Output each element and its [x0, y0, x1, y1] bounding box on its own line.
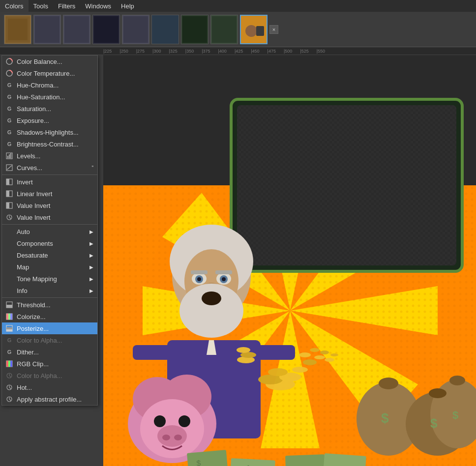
menu-brightness-contrast[interactable]: G Brightness-Contrast...: [2, 138, 97, 150]
menu-hot[interactable]: Hot...: [2, 381, 97, 393]
svg-point-71: [325, 358, 334, 362]
ruler-mark: |450: [251, 49, 259, 54]
svg-point-72: [330, 353, 338, 356]
menubar-windows[interactable]: Windows: [80, 0, 116, 12]
menu-components[interactable]: Components ▶: [2, 237, 97, 249]
menu-exposure-label: Exposure...: [17, 117, 49, 124]
menu-map[interactable]: Map ▶: [2, 261, 97, 273]
menu-hue-saturation[interactable]: G Hue-Saturation...: [2, 91, 97, 103]
svg-text:$: $: [246, 464, 251, 466]
svg-point-61: [268, 368, 288, 376]
menu-color-to-alpha-1-label: Color to Alpha...: [17, 337, 62, 344]
menu-colorize[interactable]: Colorize...: [2, 311, 97, 322]
menu-threshold-label: Threshold...: [17, 301, 51, 309]
menu-desaturate[interactable]: Desaturate ▶: [2, 249, 97, 261]
menu-exposure[interactable]: G Exposure...: [2, 115, 97, 126]
menu-rgb-clip[interactable]: RGB Clip...: [2, 358, 97, 370]
svg-rect-121: [6, 361, 8, 367]
color-to-alpha-2-icon: [5, 371, 14, 380]
curves-quote: ": [91, 165, 93, 171]
menu-shadows-highlights[interactable]: G Shadows-Highlights...: [2, 126, 97, 138]
menu-color-balance-label: Color Balance...: [17, 58, 62, 65]
curves-icon: [5, 163, 14, 172]
color-to-alpha-1-icon: G: [5, 336, 14, 345]
svg-point-80: [162, 435, 170, 440]
menu-invert[interactable]: Invert: [2, 176, 97, 188]
menu-auto[interactable]: Auto ▶: [2, 226, 97, 237]
components-icon: [5, 239, 14, 248]
thumb-close-button[interactable]: ×: [269, 25, 278, 34]
svg-rect-109: [6, 203, 9, 208]
ruler-mark: |300: [152, 49, 161, 54]
svg-rect-100: [7, 156, 8, 158]
svg-rect-8: [212, 16, 237, 43]
menu-brightness-contrast-label: Brightness-Contrast...: [17, 141, 79, 148]
ruler-mark: |400: [218, 49, 227, 54]
menu-saturation[interactable]: G Saturation...: [2, 103, 97, 115]
svg-point-69: [314, 355, 325, 359]
menu-value-invert-2-label: Value Invert: [17, 214, 50, 221]
svg-rect-105: [6, 179, 9, 185]
posterize-icon: [5, 324, 14, 333]
svg-rect-119: [6, 327, 12, 329]
svg-rect-56: [133, 345, 172, 360]
value-invert-2-icon: [5, 213, 14, 222]
svg-rect-118: [6, 329, 12, 331]
menubar-tools[interactable]: Tools: [29, 0, 53, 12]
thumb-2[interactable]: [33, 15, 61, 44]
svg-point-64: [237, 347, 250, 353]
menu-colorize-label: Colorize...: [17, 313, 46, 320]
thumb-4[interactable]: [92, 15, 120, 44]
menu-curves[interactable]: Curves... ": [2, 162, 97, 174]
menu-posterize[interactable]: Posterize...: [2, 322, 97, 334]
svg-rect-7: [182, 16, 207, 43]
menu-dither-label: Dither...: [17, 349, 39, 356]
thumb-7[interactable]: [181, 15, 208, 44]
desaturate-icon: [5, 251, 14, 260]
thumb-3[interactable]: [63, 15, 90, 44]
menu-color-to-alpha-2[interactable]: Color to Alpha...: [2, 370, 97, 381]
menubar-colors[interactable]: Colors: [0, 0, 29, 12]
menu-color-balance[interactable]: Color Balance...: [2, 56, 97, 67]
menu-info[interactable]: Info ▶: [2, 285, 97, 296]
ruler-mark: |275: [136, 49, 145, 54]
menu-hue-saturation-label: Hue-Saturation...: [17, 93, 65, 101]
menu-threshold[interactable]: Threshold...: [2, 299, 97, 311]
colors-dropdown-menu: Color Balance... Color Temperature... G …: [1, 55, 98, 406]
svg-rect-50: [215, 270, 232, 274]
menu-dither[interactable]: G Dither...: [2, 346, 97, 358]
menubar-help[interactable]: Help: [116, 0, 139, 12]
rgb-clip-icon: [5, 359, 14, 368]
menu-color-temperature[interactable]: Color Temperature...: [2, 67, 97, 79]
hue-saturation-icon: G: [5, 92, 14, 101]
thumb-5[interactable]: [122, 15, 149, 44]
menu-apply-abstract[interactable]: Apply abstract profile...: [2, 393, 97, 405]
svg-rect-11: [256, 26, 264, 36]
menu-info-label: Info: [17, 287, 28, 294]
linear-invert-icon: [5, 189, 14, 198]
menu-color-temperature-label: Color Temperature...: [17, 70, 75, 77]
thumb-8[interactable]: [210, 15, 238, 44]
thumb-6[interactable]: [151, 15, 179, 44]
menubar-filters[interactable]: Filters: [53, 0, 80, 12]
menu-linear-invert[interactable]: Linear Invert: [2, 188, 97, 200]
levels-icon: [5, 151, 14, 160]
menu-hue-chroma[interactable]: G Hue-Chroma...: [2, 79, 97, 91]
menu-levels[interactable]: Levels...: [2, 150, 97, 162]
menu-value-invert-2[interactable]: Value Invert: [2, 211, 97, 223]
menubar: Colors Tools Filters Windows Help: [0, 0, 476, 12]
menu-value-invert-1-label: Value Invert: [17, 202, 50, 209]
thumbnail-strip: ×: [0, 12, 476, 47]
thumb-9-active[interactable]: [240, 15, 268, 44]
thumb-1[interactable]: [4, 15, 31, 44]
ruler-mark: |250: [119, 49, 128, 54]
menu-value-invert-1[interactable]: Value Invert: [2, 200, 97, 211]
svg-rect-112: [6, 305, 12, 308]
brightness-contrast-icon: G: [5, 140, 14, 148]
menu-tone-mapping[interactable]: Tone Mapping ▶: [2, 273, 97, 285]
svg-point-65: [292, 367, 308, 373]
info-icon: [5, 286, 14, 295]
svg-point-70: [320, 350, 329, 354]
color-balance-icon: [5, 57, 14, 66]
menu-color-to-alpha-1[interactable]: G Color to Alpha...: [2, 334, 97, 346]
